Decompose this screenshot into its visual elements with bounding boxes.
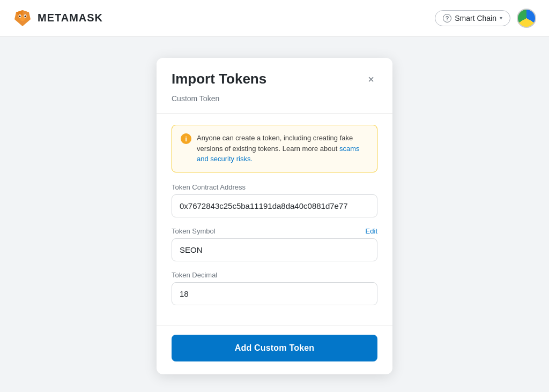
svg-point-9 [25,15,26,17]
contract-address-label: Token Contract Address [172,183,246,191]
metamask-fox-icon [13,9,32,28]
modal-footer: Add Custom Token [157,326,392,374]
modal-header: Import Tokens × [157,58,392,94]
warning-text: Anyone can create a token, including cre… [197,133,368,164]
token-symbol-label-row: Token Symbol Edit [172,227,377,235]
navbar: METAMASK ? Smart Chain ▾ [0,0,549,36]
close-button[interactable]: × [365,73,377,86]
token-symbol-input[interactable] [172,238,377,261]
add-custom-token-button[interactable]: Add Custom Token [172,335,377,361]
network-selector-button[interactable]: ? Smart Chain ▾ [435,10,510,26]
import-tokens-modal: Import Tokens × Custom Token i Anyone ca… [157,58,392,374]
contract-address-input[interactable] [172,194,377,217]
token-symbol-edit-link[interactable]: Edit [366,227,377,235]
token-decimal-label: Token Decimal [172,271,217,279]
metamask-logo-text: METAMASK [38,12,103,24]
modal-title: Import Tokens [172,71,266,87]
tabs-area: Custom Token [157,94,392,114]
chevron-down-icon: ▾ [500,15,502,21]
modal-body: i Anyone can create a token, including c… [157,114,392,326]
tab-custom-token[interactable]: Custom Token [172,94,219,107]
token-symbol-label: Token Symbol [172,227,216,235]
network-label: Smart Chain [455,14,496,22]
token-symbol-field-group: Token Symbol Edit [172,227,377,261]
token-decimal-label-row: Token Decimal [172,271,377,279]
contract-address-field-group: Token Contract Address [172,183,377,217]
token-decimal-field-group: Token Decimal [172,271,377,305]
warning-icon: i [181,133,191,144]
token-decimal-input[interactable] [172,282,377,305]
svg-point-8 [19,15,21,17]
warning-box: i Anyone can create a token, including c… [172,125,377,172]
navbar-right: ? Smart Chain ▾ [435,9,536,28]
navbar-left: METAMASK [13,9,103,28]
avatar[interactable] [517,9,536,28]
network-help-icon: ? [443,14,451,22]
main-content: Import Tokens × Custom Token i Anyone ca… [0,36,549,392]
contract-address-label-row: Token Contract Address [172,183,377,191]
